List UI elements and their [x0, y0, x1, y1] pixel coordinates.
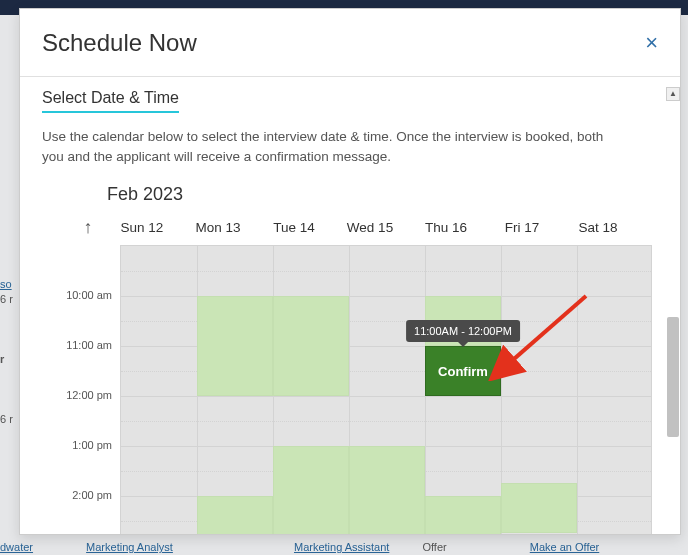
close-button[interactable]: × — [645, 32, 658, 54]
available-slot[interactable] — [197, 496, 273, 534]
time-label: 2:00 pm — [72, 489, 112, 501]
time-label: 12:00 pm — [66, 389, 112, 401]
time-label: 1:00 pm — [72, 439, 112, 451]
calendar-grid: 10:00 am 11:00 am 12:00 pm 1:00 pm 2:00 … — [54, 245, 668, 534]
modal-scrollbar[interactable]: ▲ — [666, 87, 680, 534]
section-heading: Select Date & Time — [42, 89, 179, 113]
day-header: Sun 12 — [104, 220, 180, 235]
available-slot[interactable] — [273, 446, 349, 534]
schedule-modal: Schedule Now × Select Date & Time Use th… — [19, 8, 681, 535]
scroll-up-icon[interactable]: ↑ — [72, 217, 104, 238]
slot-tooltip: 11:00AM - 12:00PM — [406, 320, 520, 342]
available-slot[interactable] — [197, 296, 273, 396]
calendar-header-row: ↑ Sun 12 Mon 13 Tue 14 Wed 15 Thu 16 Fri… — [54, 217, 668, 238]
day-header: Thu 16 — [408, 220, 484, 235]
month-label: Feb 2023 — [107, 184, 668, 205]
day-header: Sat 18 — [560, 220, 636, 235]
scrollbar-thumb[interactable] — [667, 317, 679, 437]
scrollbar-up-icon[interactable]: ▲ — [666, 87, 680, 101]
time-label: 10:00 am — [66, 289, 112, 301]
confirm-label: Confirm — [438, 364, 488, 379]
modal-header: Schedule Now × — [20, 9, 680, 77]
day-header: Tue 14 — [256, 220, 332, 235]
selected-slot-confirm-button[interactable]: Confirm — [425, 346, 501, 396]
background-table-row: dwater Marketing Analyst Marketing Assis… — [0, 541, 688, 555]
calendar: Feb 2023 ↑ Sun 12 Mon 13 Tue 14 Wed 15 T… — [42, 184, 668, 534]
grid-area[interactable]: Confirm 11:00AM - 12:00PM — [120, 245, 652, 534]
available-slot[interactable] — [501, 483, 577, 533]
time-axis: 10:00 am 11:00 am 12:00 pm 1:00 pm 2:00 … — [54, 245, 120, 534]
day-header: Fri 17 — [484, 220, 560, 235]
section-instructions: Use the calendar below to select the int… — [42, 127, 622, 166]
day-header: Mon 13 — [180, 220, 256, 235]
available-slot[interactable] — [425, 496, 501, 534]
time-label: 11:00 am — [66, 339, 112, 351]
modal-title: Schedule Now — [42, 29, 197, 57]
available-slot[interactable] — [349, 446, 425, 534]
modal-body: Select Date & Time Use the calendar belo… — [20, 77, 680, 534]
day-header: Wed 15 — [332, 220, 408, 235]
available-slot[interactable] — [273, 296, 349, 396]
background-left-fragments: so 6 r r 6 r — [0, 278, 13, 495]
